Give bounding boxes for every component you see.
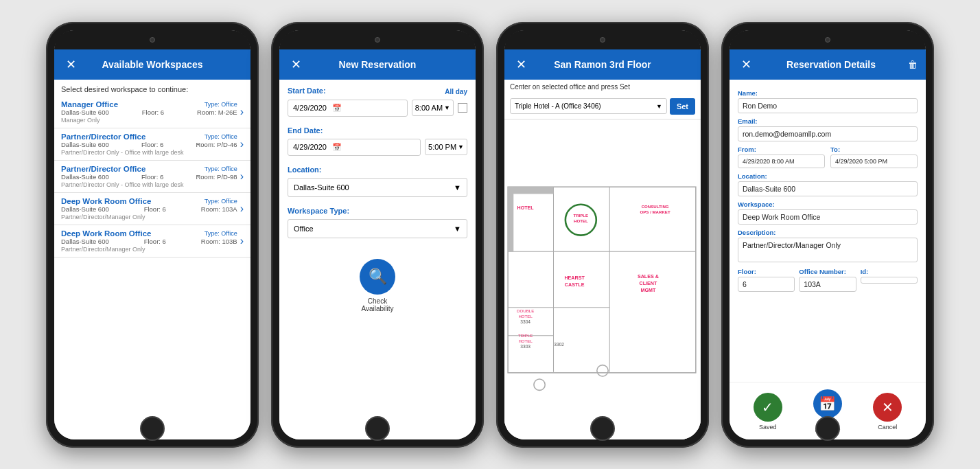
- calendar-icon-action: 📅: [819, 396, 836, 412]
- workspace-item-location: Dallas-Suite 600: [61, 108, 109, 116]
- svg-text:HOTEL: HOTEL: [517, 205, 535, 210]
- workspace-item-floor: Floor: 6: [142, 108, 164, 116]
- chevron-right-icon: ›: [240, 106, 244, 118]
- home-button-2[interactable]: [365, 416, 390, 441]
- floor-field[interactable]: 6: [738, 277, 795, 292]
- workspace-item-note: Partner/Director Only - Office with larg…: [61, 181, 237, 188]
- workspace-item-room: Room: P/D-98: [196, 173, 237, 181]
- location-dropdown[interactable]: Dallas-Suite 600 ▼: [288, 178, 467, 197]
- svg-text:3304: 3304: [520, 319, 530, 324]
- chevron-down-office: ▼: [656, 103, 662, 110]
- workspace-info: Manager Office Type: Office Dallas-Suite…: [61, 100, 237, 124]
- workspace-type-dropdown[interactable]: Office ▼: [288, 219, 467, 238]
- workspace-info: Partner/Director Office Type: Office Dal…: [61, 133, 237, 156]
- end-time-select[interactable]: 5:00 PM ▼: [425, 139, 467, 155]
- floor-plan-svg: HOTEL TRIPLE HOTEL CONSULTING OPS / MARK…: [504, 119, 701, 439]
- floor-plan-area: HOTEL TRIPLE HOTEL CONSULTING OPS / MARK…: [504, 119, 701, 439]
- set-button[interactable]: Set: [670, 98, 695, 115]
- workspace-item-name: Deep Work Room Office: [61, 197, 151, 205]
- workspace-list-item[interactable]: Manager Office Type: Office Dallas-Suite…: [54, 96, 250, 128]
- phone1-title: Available Workspaces: [79, 59, 226, 70]
- phone4-header: ✕ Reservation Details 🗑: [730, 49, 926, 80]
- all-day-checkbox[interactable]: [458, 103, 467, 113]
- phone-camera-4: [825, 37, 830, 43]
- close-icon-1[interactable]: ✕: [62, 57, 79, 72]
- end-date-label: End Date:: [288, 126, 323, 135]
- email-field[interactable]: ron.demo@demoamllp.com: [738, 126, 918, 141]
- start-time-select[interactable]: 8:00 AM ▼: [412, 100, 454, 116]
- checkmark-icon: ✓: [762, 399, 773, 415]
- workspace-type-label: Workspace Type:: [288, 207, 349, 215]
- workspace-item-floor: Floor: 6: [141, 173, 163, 181]
- workspace-item-type: Type: Office: [205, 165, 237, 172]
- end-date-value: 4/29/2020: [293, 143, 327, 151]
- search-icon-avail: 🔍: [369, 268, 387, 286]
- saved-label: Saved: [759, 424, 777, 431]
- reservation-details-form: Name: Ron Demo Email: ron.demo@demoamllp…: [730, 80, 926, 382]
- start-date-label: Start Date:: [288, 87, 326, 95]
- end-date-input[interactable]: 4/29/2020 📅: [288, 139, 421, 156]
- workspace-item-note: Partner/Director/Manager Only: [61, 246, 237, 253]
- chevron-down-end: ▼: [458, 144, 464, 150]
- workspace-field[interactable]: Deep Work Room Office: [738, 209, 918, 225]
- svg-text:CONSULTING: CONSULTING: [642, 203, 669, 208]
- phone2-title: New Reservation: [304, 59, 451, 70]
- from-field[interactable]: 4/29/2020 8:00 AM: [738, 155, 825, 168]
- close-icon-3[interactable]: ✕: [513, 57, 529, 72]
- location-field[interactable]: Dallas-Suite 600: [738, 181, 918, 196]
- svg-text:OPS / MARKET: OPS / MARKET: [640, 209, 670, 214]
- home-button-1[interactable]: [140, 416, 165, 441]
- workspace-item-room: Room: P/D-46: [196, 141, 237, 148]
- cancel-button[interactable]: ✕ Cancel: [873, 393, 902, 431]
- workspace-info: Deep Work Room Office Type: Office Dalla…: [61, 229, 237, 253]
- trash-icon[interactable]: 🗑: [908, 59, 918, 70]
- check-availability-button[interactable]: 🔍 CheckAvailability: [279, 259, 476, 312]
- phone-camera-2: [375, 37, 380, 43]
- start-date-input[interactable]: 4/29/2020 📅: [288, 100, 408, 117]
- all-day-checkbox-group: [458, 103, 467, 113]
- calendar-icon-end[interactable]: 📅: [332, 143, 342, 152]
- start-time-value: 8:00 AM: [415, 104, 443, 112]
- chevron-down-workspace: ▼: [454, 225, 461, 233]
- workspace-list: Manager Office Type: Office Dallas-Suite…: [54, 96, 250, 258]
- phone-2: ✕ New Reservation Start Date: All day 4/…: [271, 22, 484, 448]
- to-field[interactable]: 4/29/2020 5:00 PM: [830, 155, 918, 168]
- workspace-list-item[interactable]: Partner/Director Office Type: Office Dal…: [54, 161, 250, 193]
- chevron-down-location: ▼: [454, 183, 461, 192]
- chevron-right-icon: ›: [240, 138, 244, 150]
- end-time-value: 5:00 PM: [428, 143, 456, 151]
- name-label: Name:: [738, 89, 918, 97]
- workspace-list-item[interactable]: Partner/Director Office Type: Office Dal…: [54, 128, 250, 161]
- name-field[interactable]: Ron Demo: [738, 98, 918, 113]
- workspace-item-name: Partner/Director Office: [61, 133, 145, 141]
- home-button-4[interactable]: [815, 416, 840, 441]
- location-value-p2: Dallas-Suite 600: [294, 183, 349, 192]
- phone-camera-3: [600, 37, 605, 43]
- saved-button[interactable]: ✓ Saved: [754, 393, 782, 431]
- chevron-down-start: ▼: [444, 104, 450, 111]
- check-availability-circle: 🔍: [360, 259, 395, 295]
- office-dropdown-value: Triple Hotel - A (Office 3406): [515, 102, 601, 110]
- description-field[interactable]: Partner/Director/Manager Only: [738, 238, 918, 262]
- workspace-list-item[interactable]: Deep Work Room Office Type: Office Dalla…: [54, 225, 250, 258]
- svg-text:CASTLE: CASTLE: [565, 282, 585, 288]
- office-number-field[interactable]: 103A: [799, 277, 856, 292]
- chevron-right-icon: ›: [240, 235, 244, 247]
- id-field[interactable]: [861, 277, 918, 284]
- home-button-3[interactable]: [590, 416, 615, 441]
- office-number-label: Office Number:: [799, 268, 856, 275]
- workspace-item-type: Type: Office: [205, 133, 237, 140]
- phone3-header: ✕ San Ramon 3rd Floor: [504, 49, 701, 80]
- description-label: Description:: [738, 229, 918, 236]
- phone-camera-1: [150, 37, 155, 43]
- close-icon-4[interactable]: ✕: [738, 57, 754, 72]
- svg-text:HOTEL: HOTEL: [518, 314, 533, 319]
- office-dropdown[interactable]: Triple Hotel - A (Office 3406) ▼: [510, 98, 667, 114]
- workspace-item-room: Room: 103B: [201, 238, 237, 245]
- close-icon-2[interactable]: ✕: [288, 57, 304, 72]
- calendar-icon-start[interactable]: 📅: [332, 104, 342, 113]
- svg-text:HOTEL: HOTEL: [518, 338, 533, 343]
- workspace-list-item[interactable]: Deep Work Room Office Type: Office Dalla…: [54, 193, 250, 225]
- to-label: To:: [830, 146, 918, 153]
- email-label: Email:: [738, 117, 918, 125]
